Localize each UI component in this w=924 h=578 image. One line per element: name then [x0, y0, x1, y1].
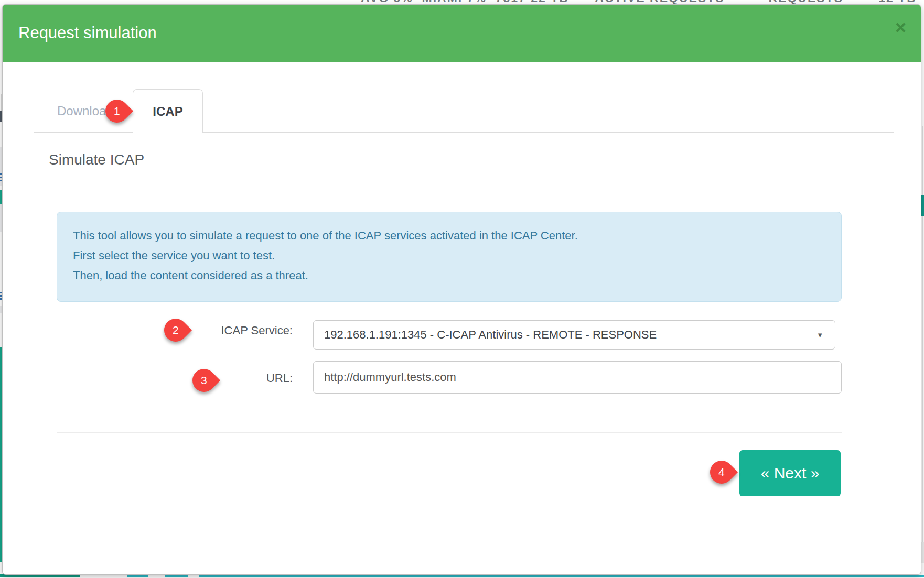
background-right-teal-sliver	[921, 195, 924, 216]
modal-title: Request simulation	[18, 24, 157, 42]
screen: AVG 5% MIAMI 7% 7517 22 TB ACTIVE REQUES…	[0, 0, 924, 578]
annotation-badge-2: 2	[159, 314, 192, 346]
icap-service-select[interactable]: 192.168.1.191:1345 - C-ICAP Antivirus - …	[313, 320, 835, 350]
background-bottom-cyan-strip-1	[127, 575, 148, 577]
background-right-border-sliver	[922, 126, 923, 563]
page-title: Simulate ICAP	[49, 151, 144, 168]
next-button[interactable]: « Next »	[739, 450, 841, 496]
footer-divider	[57, 432, 842, 433]
background-bottom-cyan-strip-2	[165, 575, 188, 577]
annotation-badge-3: 3	[188, 364, 220, 397]
info-line-3: Then, load the content considered as a t…	[73, 266, 825, 286]
modal-header: Request simulation ×	[3, 5, 921, 62]
request-simulation-modal: Request simulation × Download ICAP Simul…	[2, 4, 921, 575]
heading-divider	[36, 193, 862, 193]
background-clipped-header-text: AVG 5% MIAMI 7% 7517 22 TB ACTIVE REQUES…	[361, 0, 924, 4]
annotation-badge-1-number: 1	[114, 105, 120, 117]
chevron-down-icon: ▼	[816, 321, 823, 350]
info-line-1: This tool allows you to simulate a reque…	[73, 226, 825, 246]
background-right-panel-sliver	[921, 542, 924, 563]
close-icon[interactable]: ×	[895, 18, 906, 37]
icap-service-selected-value: 192.168.1.191:1345 - C-ICAP Antivirus - …	[324, 328, 657, 341]
info-line-2: First select the service you want to tes…	[73, 246, 825, 266]
background-bottom-cyan-strip-3	[199, 575, 924, 577]
tab-icap[interactable]: ICAP	[133, 89, 203, 133]
annotation-badge-2-number: 2	[173, 324, 179, 336]
annotation-badge-4: 4	[705, 456, 738, 488]
annotation-badge-3-number: 3	[201, 374, 207, 387]
annotation-badge-4-number: 4	[718, 466, 725, 478]
info-box: This tool allows you to simulate a reque…	[57, 212, 842, 302]
url-input[interactable]	[313, 361, 842, 394]
url-label: URL:	[155, 372, 293, 385]
background-clipped-header-text-content: AVG 5% MIAMI 7% 7517 22 TB ACTIVE REQUES…	[361, 0, 924, 4]
tab-icap-label: ICAP	[153, 104, 182, 119]
